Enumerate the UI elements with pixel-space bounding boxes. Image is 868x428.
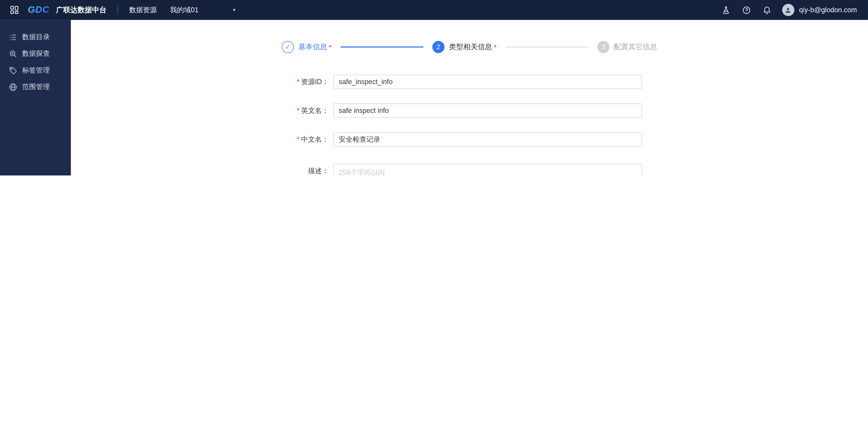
sidebar-item-data-explore[interactable]: 数据探查 — [0, 45, 71, 62]
form-row-chinese-name: *中文名： — [71, 132, 868, 146]
beaker-icon[interactable] — [722, 6, 730, 14]
required-star: * — [297, 107, 300, 114]
explore-search-icon — [9, 50, 17, 58]
required-star: * — [297, 78, 300, 86]
sidebar: 数据目录 数据探查 标签管理 — [0, 20, 71, 175]
bell-icon[interactable] — [763, 6, 771, 14]
domain-select[interactable]: 我的域01 ▾ — [170, 5, 236, 14]
app-window: GDC 广联达数据中台 数据资源 我的域01 ▾ — [0, 0, 868, 175]
step-label: 基本信息 — [298, 42, 327, 52]
app-title: 广联达数据中台 — [56, 5, 106, 15]
chinese-name-input[interactable] — [333, 132, 642, 146]
form-row-description: 描述： — [71, 164, 868, 175]
stepper: ✓ 基本信息 * 2 类型相关信息 * 3 配置其它信息 — [71, 41, 868, 53]
step-label: 配置其它信息 — [614, 42, 657, 52]
field-label: *英文名： — [71, 103, 333, 118]
step-number: 3 — [597, 41, 610, 53]
required-star: * — [329, 43, 332, 51]
field-label: *资源ID： — [71, 74, 333, 89]
required-star: * — [494, 43, 496, 51]
help-icon[interactable] — [742, 6, 750, 14]
sidebar-item-label: 数据探查 — [22, 49, 50, 58]
description-textarea[interactable] — [333, 164, 642, 175]
main-content: ✓ 基本信息 * 2 类型相关信息 * 3 配置其它信息 *资源ID： — [71, 20, 868, 175]
topbar-right: qiy-b@glodon.com — [709, 4, 857, 16]
chevron-down-icon: ▾ — [233, 7, 236, 13]
field-label: 描述： — [71, 164, 333, 175]
topbar-divider — [118, 6, 118, 14]
resource-id-input[interactable] — [333, 74, 642, 89]
catalog-icon — [9, 33, 17, 41]
nav-data-resource[interactable]: 数据资源 — [129, 5, 157, 14]
step-check-icon: ✓ — [282, 41, 294, 53]
resource-form: *资源ID： *英文名： *中文名： 描述： 标签： — [71, 74, 868, 175]
step-type-info[interactable]: 2 类型相关信息 * — [432, 41, 497, 53]
gdc-logo: GDC — [28, 4, 50, 15]
globe-icon — [9, 83, 17, 91]
domain-select-value: 我的域01 — [170, 5, 198, 14]
sidebar-item-data-catalog[interactable]: 数据目录 — [0, 29, 71, 45]
sidebar-item-tag-manage[interactable]: 标签管理 — [0, 62, 71, 78]
topbar: GDC 广联达数据中台 数据资源 我的域01 ▾ — [0, 0, 868, 20]
english-name-input[interactable] — [333, 103, 642, 118]
form-row-resource-id: *资源ID： — [71, 74, 868, 89]
form-row-english-name: *英文名： — [71, 103, 868, 118]
field-label: *中文名： — [71, 132, 333, 146]
sidebar-item-label: 数据目录 — [22, 32, 50, 42]
step-other-config[interactable]: 3 配置其它信息 — [597, 41, 657, 53]
step-connector — [505, 46, 589, 47]
step-basic-info[interactable]: ✓ 基本信息 * — [282, 41, 332, 53]
sidebar-item-label: 标签管理 — [22, 66, 50, 75]
step-label: 类型相关信息 — [449, 42, 492, 52]
user-avatar[interactable] — [782, 4, 794, 16]
step-connector — [341, 46, 424, 47]
sidebar-item-scope-manage[interactable]: 范围管理 — [0, 78, 71, 95]
tag-icon — [9, 66, 17, 74]
user-email[interactable]: qiy-b@glodon.com — [799, 6, 857, 14]
required-star: * — [297, 136, 300, 143]
sidebar-item-label: 范围管理 — [22, 82, 50, 91]
apps-grid-icon[interactable] — [10, 5, 19, 14]
step-number: 2 — [432, 41, 445, 53]
